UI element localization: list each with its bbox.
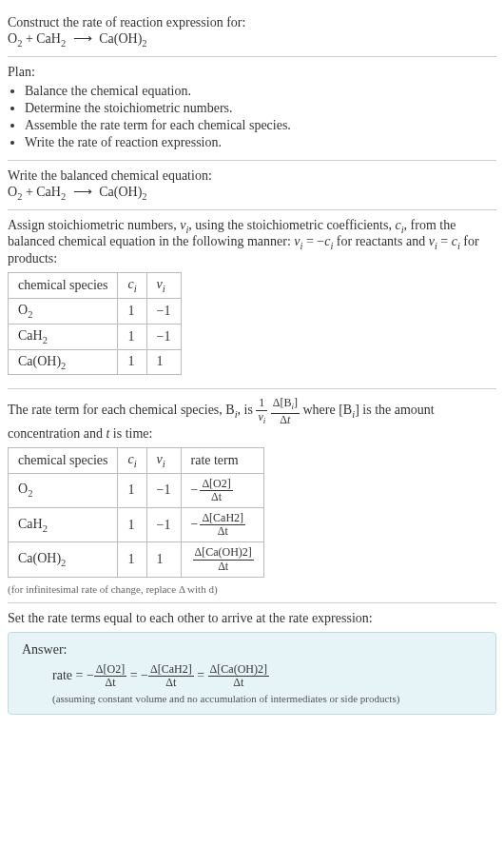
col-ci: ci (118, 273, 146, 299)
reactant-o2: O2 (8, 185, 22, 199)
plan-item: Determine the stoichiometric numbers. (25, 101, 496, 116)
table-row: Ca(OH)2 1 1 Δ[Ca(OH)2]Δt (9, 542, 264, 577)
plan-list: Balance the chemical equation. Determine… (8, 84, 496, 150)
col-nui: νi (146, 447, 181, 473)
final-section: Set the rate terms equal to each other t… (8, 603, 496, 722)
cell-species: Ca(OH)2 (9, 542, 118, 577)
product-caoh2: Ca(OH)2 (99, 185, 146, 199)
cell-c: 1 (118, 508, 146, 542)
reaction-arrow: ⟶ (69, 185, 96, 199)
stoich-text: Assign stoichiometric numbers, νi, using… (8, 218, 496, 267)
reaction-arrow: ⟶ (69, 31, 96, 46)
table-row: CaH2 1 −1 −Δ[CaH2]Δt (9, 508, 264, 542)
unbalanced-equation: O2 + CaH2 ⟶ Ca(OH)2 (8, 30, 496, 49)
plus-sign: + (22, 185, 36, 199)
cell-c: 1 (118, 324, 146, 349)
col-species: chemical species (9, 447, 118, 473)
col-nui: νi (146, 273, 181, 299)
cell-nu: −1 (146, 508, 181, 542)
cell-species: Ca(OH)2 (9, 349, 118, 375)
cell-rate: −Δ[CaH2]Δt (181, 508, 263, 542)
balanced-section: Write the balanced chemical equation: O2… (8, 161, 496, 210)
infinitesimal-note: (for infinitesimal rate of change, repla… (8, 583, 496, 595)
cell-nu: 1 (146, 542, 181, 577)
plan-title: Plan: (8, 65, 496, 80)
reactant-cah2: CaH2 (36, 31, 66, 46)
frac-one-over-nu: 1 νi (256, 397, 267, 425)
plan-item: Write the rate of reaction expression. (25, 135, 496, 150)
cell-species: CaH2 (9, 508, 118, 542)
cell-c: 1 (118, 542, 146, 577)
cell-nu: 1 (146, 349, 181, 375)
rateterm-text: The rate term for each chemical species,… (8, 397, 496, 441)
answer-box: Answer: rate = −Δ[O2]Δt = −Δ[CaH2]Δt = Δ… (8, 632, 496, 715)
balanced-title: Write the balanced chemical equation: (8, 168, 496, 184)
stoich-table: chemical species ci νi O2 1 −1 CaH2 1 −1… (8, 272, 182, 375)
cell-nu: −1 (146, 324, 181, 349)
table-row: O2 1 −1 (9, 298, 182, 324)
cell-species: O2 (9, 473, 118, 507)
balanced-equation: O2 + CaH2 ⟶ Ca(OH)2 (8, 184, 496, 202)
cell-c: 1 (118, 349, 146, 375)
cell-rate: −Δ[O2]Δt (181, 473, 263, 507)
rateterm-section: The rate term for each chemical species,… (8, 389, 496, 602)
cell-c: 1 (118, 298, 146, 324)
final-title: Set the rate terms equal to each other t… (8, 611, 496, 626)
table-header-row: chemical species ci νi (9, 273, 182, 299)
reactant-o2: O2 (8, 31, 22, 46)
rate-expression: rate = −Δ[O2]Δt = −Δ[CaH2]Δt = Δ[Ca(OH)2… (22, 663, 482, 689)
frac-dbi-dt: Δ[Bi] Δt (271, 397, 300, 425)
plan-section: Plan: Balance the chemical equation. Det… (8, 57, 496, 161)
product-caoh2: Ca(OH)2 (99, 31, 146, 46)
cell-nu: −1 (146, 473, 181, 507)
reactant-cah2: CaH2 (36, 185, 66, 199)
cell-species: CaH2 (9, 324, 118, 349)
answer-label: Answer: (22, 642, 482, 658)
answer-note: (assuming constant volume and no accumul… (22, 693, 482, 704)
plus-sign: + (22, 31, 36, 46)
table-row: Ca(OH)2 1 1 (9, 349, 182, 375)
table-header-row: chemical species ci νi rate term (9, 447, 264, 473)
col-rateterm: rate term (181, 447, 263, 473)
prompt-section: Construct the rate of reaction expressio… (8, 8, 496, 57)
col-species: chemical species (9, 273, 118, 299)
rateterm-table: chemical species ci νi rate term O2 1 −1… (8, 447, 264, 578)
table-row: CaH2 1 −1 (9, 324, 182, 349)
cell-rate: Δ[Ca(OH)2]Δt (181, 542, 263, 577)
cell-c: 1 (118, 473, 146, 507)
cell-species: O2 (9, 298, 118, 324)
plan-item: Balance the chemical equation. (25, 84, 496, 99)
plan-item: Assemble the rate term for each chemical… (25, 118, 496, 133)
table-row: O2 1 −1 −Δ[O2]Δt (9, 473, 264, 507)
prompt-text: Construct the rate of reaction expressio… (8, 15, 496, 30)
cell-nu: −1 (146, 298, 181, 324)
stoich-section: Assign stoichiometric numbers, νi, using… (8, 210, 496, 390)
col-ci: ci (118, 447, 146, 473)
